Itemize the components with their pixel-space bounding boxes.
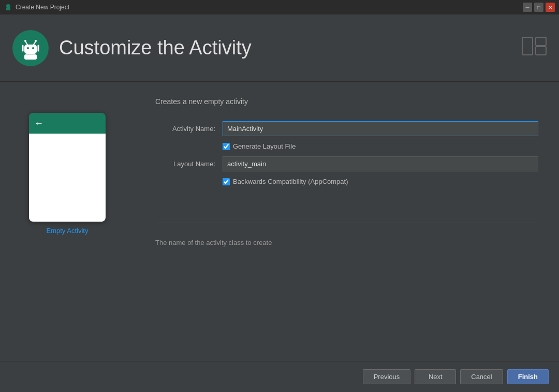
- svg-point-8: [32, 47, 34, 49]
- left-panel: ← Empty Activity: [0, 82, 135, 361]
- page-title: Customize the Activity: [59, 37, 252, 59]
- back-arrow-icon: ←: [34, 118, 43, 129]
- hint-section: The name of the activity class to create: [155, 223, 538, 246]
- svg-rect-14: [522, 37, 533, 55]
- phone-body: [29, 134, 106, 222]
- backwards-compat-row: Backwards Compatibility (AppCompat): [223, 178, 538, 185]
- main-content: ← Empty Activity Creates a new empty act…: [0, 82, 559, 361]
- layout-icon: [522, 37, 547, 59]
- hint-text: The name of the activity class to create: [155, 239, 538, 246]
- activity-type-label: Empty Activity: [47, 227, 89, 235]
- backwards-compat-label[interactable]: Backwards Compatibility (AppCompat): [233, 178, 348, 185]
- layout-name-row: Layout Name:: [155, 156, 538, 171]
- svg-point-7: [27, 47, 29, 49]
- previous-button[interactable]: Previous: [363, 369, 411, 384]
- android-logo: [12, 30, 49, 66]
- phone-preview: ←: [29, 113, 106, 222]
- maximize-button[interactable]: □: [534, 3, 543, 12]
- backwards-compat-checkbox[interactable]: [223, 178, 230, 185]
- generate-layout-checkbox[interactable]: [223, 143, 230, 150]
- close-button[interactable]: ✕: [546, 3, 555, 12]
- right-panel: Creates a new empty activity Activity Na…: [135, 82, 559, 361]
- svg-rect-13: [24, 54, 37, 60]
- finish-button[interactable]: Finish: [507, 369, 549, 384]
- activity-name-input[interactable]: [223, 121, 538, 136]
- activity-name-label: Activity Name:: [155, 125, 223, 133]
- layout-name-label: Layout Name:: [155, 160, 223, 168]
- layout-name-input[interactable]: [223, 156, 538, 171]
- generate-layout-row: Generate Layout File: [223, 142, 538, 150]
- next-button[interactable]: Next: [415, 369, 456, 384]
- cancel-button[interactable]: Cancel: [460, 369, 503, 384]
- title-bar: Create New Project ─ □ ✕: [0, 0, 559, 14]
- form-section: Activity Name: Generate Layout File Layo…: [155, 121, 538, 192]
- activity-name-row: Activity Name:: [155, 121, 538, 136]
- svg-rect-6: [24, 45, 37, 54]
- minimize-button[interactable]: ─: [523, 3, 532, 12]
- svg-rect-15: [536, 37, 546, 46]
- footer: Previous Next Cancel Finish: [0, 361, 559, 392]
- svg-point-12: [35, 40, 37, 42]
- svg-rect-16: [536, 47, 546, 55]
- window-title: Create New Project: [16, 4, 523, 11]
- window-controls: ─ □ ✕: [523, 3, 555, 12]
- phone-topbar: ←: [29, 113, 106, 134]
- activity-description: Creates a new empty activity: [155, 97, 538, 106]
- app-icon: [4, 3, 12, 11]
- page-header: Customize the Activity: [0, 14, 559, 82]
- svg-point-11: [24, 40, 26, 42]
- generate-layout-label[interactable]: Generate Layout File: [233, 142, 296, 150]
- svg-rect-1: [6, 8, 10, 10]
